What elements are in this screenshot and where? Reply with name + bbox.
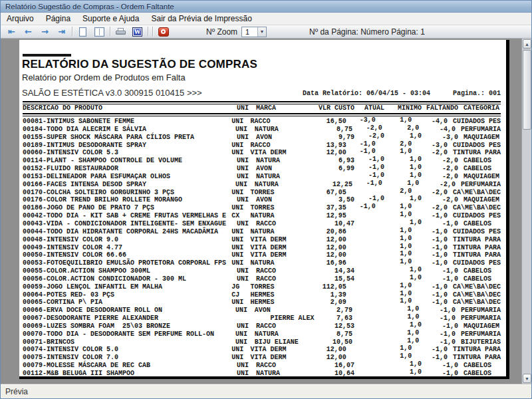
cell-cost-value: 7,63 — [314, 315, 353, 323]
cell-product-description: 00114-PLANT - SHAMPOO CONTROLE DE VOLUME — [23, 157, 237, 165]
cell-missing-qty: -1,0 — [412, 346, 448, 354]
header-minimum: MINIMO — [384, 104, 422, 112]
cell-minimum-stock: 1,0 — [376, 344, 412, 352]
cell-cost-value: 2,79 — [313, 307, 352, 315]
cell-missing-qty: -3,0 — [412, 142, 448, 150]
cell-cost-value — [315, 173, 354, 181]
table-row: 00075-INTENSIV COLOR 7.0 UNI VITA DERM 1… — [23, 354, 501, 362]
cell-brand: RACCO — [256, 220, 315, 228]
single-page-view-button[interactable] — [74, 26, 91, 38]
table-row: 00152-FLUIDO RESTAURADOR UNI AVON 6,99 -… — [23, 165, 501, 173]
cell-missing-qty: -1,0 — [419, 338, 456, 346]
table-row: 00056-COLOR.ACTION CONDICIONADOR - 300 M… — [23, 275, 501, 283]
cell-product-description: 00166-FACES INTENSA DESOD SPRAY — [23, 181, 235, 189]
cell-unit: UNI — [231, 346, 250, 354]
cell-category: CUIDADOS PES — [448, 212, 501, 220]
cell-brand: NATURA — [250, 378, 308, 379]
cell-current-stock — [346, 352, 376, 360]
cell-category: CUIDADOS PES — [448, 118, 501, 126]
cell-brand: NATURA — [256, 370, 315, 378]
table-header-row: DESCRICAO DO PRODUTO UNI MARCA VLR CUSTO… — [23, 104, 501, 112]
system-info: SALÃO E ESTÉTICA v3.0 300915 010415 >>> — [22, 88, 202, 98]
cell-category: MAQUIAGEM — [458, 196, 501, 204]
cell-brand: RACCO — [256, 267, 315, 275]
cell-current-stock — [346, 297, 376, 305]
cell-minimum-stock: 1,0 — [382, 313, 420, 321]
cell-unit: UNI — [231, 299, 250, 307]
cell-minimum-stock: 1,0 — [384, 132, 422, 140]
table-row: 00053-FOTOEQUILIBRIO EMULSÃO PROTETORA C… — [23, 259, 501, 267]
zoom-label: Nº Zoom — [206, 27, 237, 37]
first-page-button[interactable]: ⇤ — [3, 26, 20, 38]
cell-product-description: 00055-COLOR.ACTION SHAMPOO 300ML — [23, 267, 237, 275]
cell-current-stock — [354, 266, 384, 274]
cell-current-stock — [346, 227, 376, 235]
cell-unit: UNI — [237, 370, 256, 378]
cell-brand: NATURA — [255, 331, 313, 338]
cell-current-stock — [346, 376, 376, 379]
cell-product-description: 00050-INTENSIV COLOR 66.66 — [23, 251, 231, 259]
cell-product-description: 00042-TODO DIA - KIT SAB + CREME FRUTAS … — [23, 212, 231, 220]
cell-brand: VITA DERM — [250, 149, 308, 157]
cell-product-description: 00186-JOGO DE PANO DE PRATO 7 PÇS — [23, 204, 231, 212]
cell-category: CABELOS — [458, 275, 501, 283]
cell-category: PERFUMARIA — [456, 315, 501, 323]
cell-product-description: 00184-TODO DIA ALECRIM E SÁLVIA — [23, 126, 235, 134]
print-button[interactable] — [112, 26, 129, 38]
cell-minimum-stock: 1,0 — [376, 290, 412, 298]
header-current: ATUAL — [354, 104, 384, 112]
cell-unit: CX — [231, 378, 250, 379]
previous-page-button[interactable]: ← — [20, 26, 37, 38]
cell-current-stock — [346, 188, 376, 196]
cell-product-description: 00064-POTES RED- 03 PÇS — [23, 291, 231, 299]
cell-cost-value: 14,34 — [315, 267, 354, 275]
cell-missing-qty: -1,0 — [412, 251, 448, 259]
menu-suporte-e-ajuda[interactable]: Suporte e Ajuda — [76, 13, 145, 25]
table-row: 00064-POTES RED- 03 PÇS CJ HERMES 1,39 1… — [23, 291, 501, 299]
table-row: 00050-INTENSIV COLOR 66.66 UNI VITA DERM… — [23, 251, 501, 259]
cell-unit: UNI — [235, 126, 255, 134]
cell-cost-value: 12,00 — [308, 149, 346, 157]
cell-minimum-stock: 1,0 — [384, 266, 422, 274]
app-window: Relatório Sugestão de Compras - Ordem Fa… — [0, 0, 532, 399]
chevron-down-icon[interactable]: ▼ — [257, 27, 266, 37]
cell-product-description: 00060-INTENSIV COLOR 5.3 — [23, 149, 231, 157]
menu-sair-da-previa[interactable]: Sair da Prévia de Impressão — [145, 13, 257, 25]
cell-minimum-stock: 1,0 — [382, 337, 420, 345]
last-page-button[interactable]: ⇥ — [53, 26, 70, 38]
scroll-up-icon[interactable]: ▲ — [523, 39, 531, 49]
cell-brand: RACCO — [250, 142, 308, 150]
cell-minimum-stock: 1,0 — [376, 282, 412, 290]
next-page-button[interactable]: → — [37, 26, 53, 38]
scroll-down-icon[interactable]: ▼ — [523, 374, 531, 383]
cell-unit: JG — [231, 283, 250, 291]
cell-unit: UNI — [237, 275, 256, 283]
two-page-view-button[interactable] — [91, 26, 108, 38]
exit-preview-button[interactable] — [155, 26, 172, 38]
cell-missing-qty: -1,0 — [419, 331, 456, 338]
cell-product-description: 00053-FOTOEQUILIBRIO EMULSÃO PROTETORA C… — [23, 259, 231, 267]
cell-product-description: 00049-INTENSIV COLOR 4.77 — [23, 244, 231, 252]
cell-brand: NATURA — [255, 181, 313, 189]
menu-arquivo[interactable]: Arquivo — [1, 13, 40, 25]
cell-current-stock — [346, 290, 376, 298]
cell-brand: NATURA — [256, 157, 315, 165]
zoom-select[interactable]: 1 ▼ — [241, 27, 267, 37]
cell-minimum-stock: 1,0 — [376, 258, 412, 266]
scrollbar-thumb[interactable] — [523, 50, 531, 130]
table-row: 00176-COLOR TREND BRILHO ROLLETE MORANGO… — [23, 196, 501, 204]
table-row: 00060-INTENSIV COLOR 5.3 UNI VITA DERM 1… — [23, 149, 501, 157]
cell-product-description: 00044-TODO DIA HIDRATANTE CORPORAL 24HS … — [23, 228, 231, 236]
cell-product-description: 00075-INTENSIV COLOR 7.0 — [23, 354, 231, 362]
cell-minimum-stock: 2,0 — [376, 140, 412, 148]
export-word-button[interactable]: W — [129, 26, 146, 38]
cell-category: TINTURA PARA — [448, 236, 501, 244]
cell-missing-qty: -1,0 — [419, 315, 456, 323]
cell-unit: UNI — [231, 259, 250, 267]
table-row: 00069-LUZES SOMBRA FOAM 25\03 BRONZE UNI… — [23, 323, 501, 331]
menu-pagina[interactable]: Página — [40, 13, 76, 25]
cell-unit: CX — [231, 212, 250, 220]
vertical-scrollbar[interactable]: ▲ ▼ — [521, 39, 531, 384]
cell-unit: UNI — [237, 173, 256, 181]
cell-cost-value: 8,75 — [313, 126, 352, 134]
